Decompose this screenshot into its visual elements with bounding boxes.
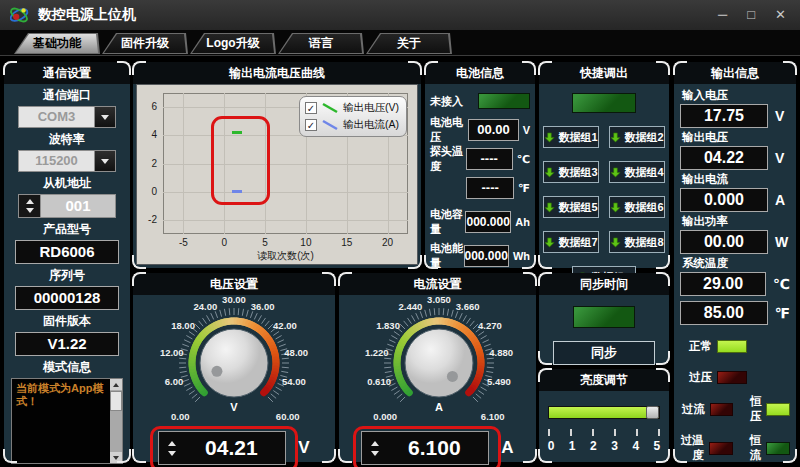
app-window: 数控电源上位机 ─ □ ✕ 基础功能 固件升级 Logo升级 语言 关于 通信设…	[0, 0, 800, 467]
x-tick-label: 0	[209, 237, 239, 248]
unit-label: V	[523, 124, 530, 136]
stepper-arrows-icon[interactable]	[362, 441, 388, 456]
status-normal-label: 正常	[680, 339, 712, 354]
data-group-1-button[interactable]: 数据组1	[543, 126, 599, 148]
voltage-spinner[interactable]: 04.21	[158, 431, 286, 465]
window-title: 数控电源上位机	[38, 6, 136, 24]
current-spinner[interactable]: 6.100	[361, 431, 489, 465]
probe-temp-f-value: ----	[466, 177, 514, 199]
x-tick-label: 20	[373, 237, 403, 248]
battery-row: 探头温度 ---- ℃	[430, 148, 530, 170]
svg-text:36.00: 36.00	[251, 301, 275, 312]
tab-basic-functions[interactable]: 基础功能	[14, 33, 100, 54]
maximize-button[interactable]: □	[747, 0, 755, 30]
annotation-rect	[211, 116, 270, 205]
slider-handle[interactable]	[646, 406, 659, 419]
tab-language[interactable]: 语言	[278, 33, 364, 54]
output-current-value: 0.000	[680, 188, 768, 212]
svg-text:54.00: 54.00	[282, 376, 306, 387]
tab-about[interactable]: 关于	[366, 33, 452, 54]
tab-firmware-upgrade[interactable]: 固件升级	[102, 33, 188, 54]
slave-address-stepper[interactable]: 001	[18, 194, 116, 218]
mode-info-text: 当前模式为App模式！	[16, 382, 108, 408]
mode-info-box: 当前模式为App模式！	[11, 378, 123, 464]
unit-label: W	[775, 234, 788, 250]
svg-text:1.830: 1.830	[376, 320, 400, 331]
svg-text:0.00: 0.00	[171, 411, 190, 422]
data-group-5-button[interactable]: 数据组5	[543, 196, 599, 218]
scroll-down-icon[interactable]	[110, 452, 122, 463]
stepper-arrows-icon[interactable]	[159, 441, 185, 456]
panel-voltage-set: 电压设置 0.006.0012.0018.0024.0030.0036.0042…	[133, 273, 335, 462]
sync-button[interactable]: 同步	[553, 341, 655, 365]
slider-fill	[549, 407, 659, 418]
minimize-button[interactable]: ─	[718, 0, 727, 30]
voltage-knob[interactable]: 0.006.0012.0018.0024.0030.0036.0042.0048…	[134, 295, 334, 429]
product-model-value: RD6006	[15, 240, 119, 264]
chevron-down-icon[interactable]	[94, 107, 115, 127]
data-group-2-button[interactable]: 数据组2	[609, 126, 665, 148]
svg-text:A: A	[435, 401, 443, 413]
chevron-down-icon[interactable]	[94, 151, 115, 171]
scroll-up-icon[interactable]	[110, 379, 122, 390]
battery-row: 电池容量 000.000 Ah	[430, 211, 530, 233]
panel-title: 同步时间	[539, 273, 669, 295]
panel-current-set: 电流设置 0.0000.6101.2201.8302.4403.0503.660…	[339, 273, 536, 462]
panel-title: 电压设置	[133, 273, 335, 295]
panel-title: 通信设置	[4, 62, 130, 84]
unit-label: ℃	[773, 276, 790, 292]
download-arrow-icon	[544, 167, 555, 178]
baud-rate-dropdown[interactable]: 115200	[18, 150, 116, 172]
svg-text:3.050: 3.050	[427, 295, 451, 305]
scrollbar[interactable]	[110, 379, 122, 463]
battery-status-indicator	[478, 93, 530, 109]
status-cc-indicator	[766, 442, 790, 455]
panel-quick-recall: 快捷调出 数据组1 数据组2 数据组3 数据组4 数据组5 数据组6 数据组7 …	[539, 62, 669, 268]
close-window-button[interactable]: ✕	[775, 0, 786, 30]
output-current-label: 输出电流	[682, 172, 790, 187]
current-set-value: 6.100	[388, 436, 488, 460]
comm-port-dropdown[interactable]: COM3	[18, 106, 116, 128]
chart-legend: ✓ 输出电压(V) ✓ 输出电流(A)	[299, 96, 407, 137]
output-row: 系统温度 29.00℃	[680, 256, 790, 296]
system-temp-f-value: 85.00	[680, 301, 768, 325]
status-overtemp-indicator	[709, 442, 733, 455]
output-row: 输入电压 17.75V	[680, 88, 790, 128]
status-normal-indicator	[717, 340, 747, 353]
current-line-icon	[321, 119, 339, 131]
y-tick-label: 0	[137, 186, 157, 197]
unit-label: A	[501, 438, 513, 458]
panel-title: 电流设置	[339, 273, 536, 295]
download-arrow-icon	[610, 132, 621, 143]
panel-title: 快捷调出	[539, 62, 669, 84]
y-tick-label: 4	[137, 129, 157, 140]
quick-recall-indicator	[572, 93, 636, 113]
data-group-6-button[interactable]: 数据组6	[609, 196, 665, 218]
panel-title: 电池信息	[425, 62, 535, 84]
svg-text:0.610: 0.610	[367, 376, 391, 387]
battery-voltage-label: 电池电压	[430, 115, 468, 145]
svg-text:6.100: 6.100	[481, 411, 505, 422]
svg-text:48.00: 48.00	[284, 347, 308, 358]
scrollbar-thumb[interactable]	[110, 391, 122, 411]
status-cv-indicator	[766, 403, 790, 416]
x-tick-label: 15	[332, 237, 362, 248]
voltage-set-value: 04.21	[185, 436, 285, 460]
legend-checkbox-current[interactable]: ✓	[305, 119, 317, 131]
svg-text:4.880: 4.880	[489, 347, 513, 358]
data-group-4-button[interactable]: 数据组4	[609, 161, 665, 183]
battery-energy-label: 电池能量	[430, 241, 464, 271]
data-group-8-button[interactable]: 数据组8	[609, 231, 665, 253]
probe-temp-c-value: ----	[466, 148, 513, 170]
tab-logo-upgrade[interactable]: Logo升级	[190, 33, 276, 54]
data-group-3-button[interactable]: 数据组3	[543, 161, 599, 183]
data-group-7-button[interactable]: 数据组7	[543, 231, 599, 253]
stepper-arrows-icon[interactable]	[19, 195, 41, 217]
y-tick-label: 6	[137, 101, 157, 112]
current-knob[interactable]: 0.0000.6101.2201.8302.4403.0503.6604.270…	[339, 295, 536, 429]
brightness-slider[interactable]	[548, 406, 660, 419]
status-cc-label: 恒流	[741, 433, 761, 463]
legend-checkbox-voltage[interactable]: ✓	[305, 102, 317, 114]
product-model-label: 产品型号	[43, 221, 91, 238]
battery-status-label: 未接入	[430, 94, 472, 109]
